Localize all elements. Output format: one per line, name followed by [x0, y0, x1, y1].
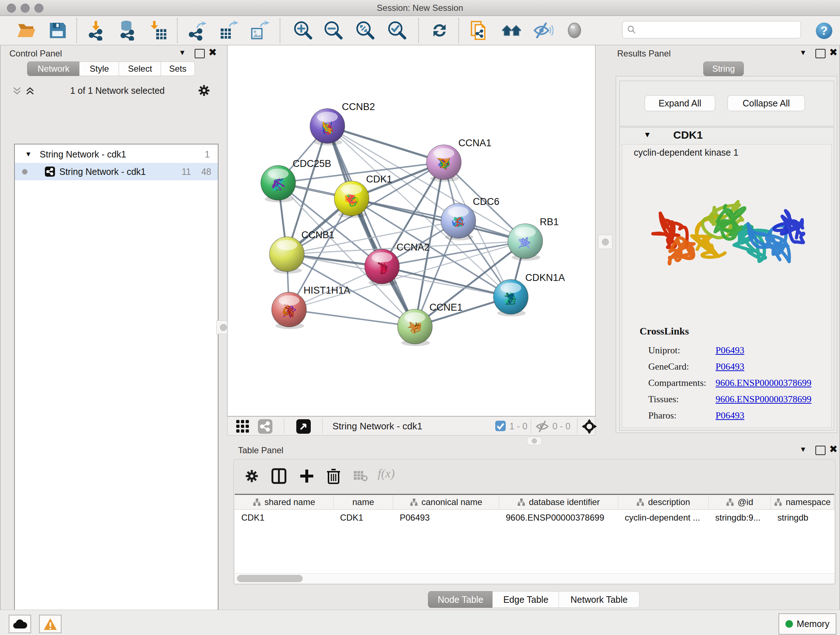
results-panel-float-icon[interactable] — [815, 49, 826, 58]
export-network-button[interactable] — [186, 19, 208, 41]
apply-layout-button[interactable] — [429, 19, 450, 41]
crosslink-link[interactable]: P06493 — [715, 345, 744, 356]
fit-content-crosshair-icon[interactable] — [581, 418, 597, 434]
table-panel-menu-icon[interactable]: ▼ — [799, 445, 807, 454]
table-panel-close-icon[interactable]: ✖ — [829, 445, 837, 453]
open-session-button[interactable] — [16, 19, 37, 41]
results-splitter-handle[interactable] — [598, 234, 613, 249]
results-panel-close-icon[interactable]: ✖ — [829, 49, 837, 57]
network-row-selected[interactable]: String Network - cdk1 11 48 — [15, 163, 218, 180]
node-CCNA1[interactable]: CCNA1 — [426, 138, 492, 182]
memory-button[interactable]: Memory — [778, 613, 836, 635]
save-session-button[interactable] — [47, 19, 68, 41]
network-graph[interactable]: CCNB2CCNA1CDC25BCDK1CDC6RB1CCNB1CCNA2CDK… — [227, 45, 595, 416]
edge-CCNB2-CCNE1[interactable] — [327, 126, 415, 326]
zoom-out-icon — [324, 20, 344, 41]
table-cell[interactable]: stringdb — [771, 510, 834, 526]
search-input[interactable] — [622, 21, 801, 38]
network-from-clipboard-button[interactable] — [469, 19, 491, 41]
export-image-button[interactable] — [248, 19, 270, 41]
table-panel-float-icon[interactable] — [815, 446, 826, 455]
network-collection-row[interactable]: ▼ String Network - cdk1 1 — [15, 146, 218, 163]
edge-CCNA2-CDKN1A[interactable] — [382, 266, 511, 297]
zoom-fit-button[interactable] — [355, 19, 376, 41]
tab-node-table[interactable]: Node Table — [428, 591, 493, 608]
network-view-share-icon[interactable] — [258, 419, 272, 434]
node-CDC6[interactable]: CDC6 — [441, 196, 500, 241]
table-cell[interactable]: stringdb:9... — [709, 510, 771, 526]
crosslink-link[interactable]: 9606.ENSP00000378699 — [715, 394, 812, 405]
table-cell[interactable]: P06493 — [393, 510, 499, 526]
collection-expand-icon[interactable]: ▼ — [25, 150, 32, 158]
zoom-in-button[interactable] — [292, 19, 314, 41]
zoom-selected-button[interactable] — [386, 19, 408, 41]
tab-edge-table-label: Edge Table — [503, 594, 548, 605]
tab-network[interactable]: Network — [27, 62, 80, 76]
node-label-CCNA1: CCNA1 — [458, 138, 492, 149]
tab-network-table[interactable]: Network Table — [559, 591, 639, 608]
selected-checkbox-icon[interactable] — [495, 421, 506, 431]
show-all-button[interactable] — [564, 19, 585, 41]
grid-view-icon[interactable] — [235, 419, 250, 434]
node-section: ▼ CDK1 cyclin-dependent kinase 1 CrossLi… — [619, 127, 834, 431]
import-table-button[interactable] — [147, 19, 169, 41]
table-cell[interactable]: CDK1 — [333, 510, 393, 526]
expand-all-networks-icon[interactable] — [25, 86, 35, 96]
column-header-database-identifier[interactable]: database identifier — [499, 495, 618, 509]
zoom-out-button[interactable] — [323, 19, 344, 41]
node-RB1[interactable]: RB1 — [508, 217, 559, 261]
tab-select[interactable]: Select — [118, 62, 161, 76]
expand-all-label: Expand All — [658, 98, 701, 109]
crosslink-link[interactable]: P06493 — [715, 361, 744, 372]
table-row[interactable]: CDK1CDK1P064939606.ENSP00000378699cyclin… — [235, 510, 834, 526]
collapse-all-button[interactable]: Collapse All — [728, 95, 805, 111]
column-header-@id[interactable]: @id — [709, 495, 771, 509]
column-header-description[interactable]: description — [618, 495, 709, 509]
scrollbar-thumb[interactable] — [237, 575, 303, 582]
results-panel-menu-icon[interactable]: ▼ — [799, 49, 807, 57]
column-header-namespace[interactable]: namespace — [771, 495, 834, 509]
node-CDK1[interactable]: CDK1 — [334, 174, 392, 218]
collapse-all-networks-icon[interactable] — [11, 86, 22, 96]
edge-CCNB2-CCNA1[interactable] — [327, 126, 444, 162]
tab-edge-table[interactable]: Edge Table — [493, 591, 559, 608]
import-network-file-button[interactable] — [85, 19, 107, 41]
table-cell[interactable]: 9606.ENSP00000378699 — [499, 510, 618, 526]
expand-all-button[interactable]: Expand All — [645, 95, 715, 111]
cloud-status-button[interactable] — [9, 615, 31, 633]
control-panel-menu-icon[interactable]: ▼ — [179, 49, 186, 57]
column-header-shared-name[interactable]: shared name — [235, 495, 333, 509]
first-neighbors-button[interactable] — [501, 19, 523, 41]
table-cell[interactable]: CDK1 — [235, 510, 333, 526]
tab-sets[interactable]: Sets — [161, 62, 195, 76]
column-header-canonical-name[interactable]: canonical name — [393, 495, 499, 509]
control-panel-float-icon[interactable] — [195, 49, 205, 58]
horizontal-scrollbar[interactable] — [235, 573, 834, 583]
tab-string[interactable]: String — [703, 62, 744, 76]
node-CDKN1A[interactable]: CDKN1A — [493, 272, 565, 317]
delete-column-icon[interactable] — [326, 467, 341, 485]
protein-structure-image — [637, 165, 818, 310]
crosslink-link[interactable]: 9606.ENSP00000378699 — [715, 378, 812, 388]
help-button[interactable]: ? — [815, 21, 834, 42]
import-network-database-button[interactable] — [116, 19, 138, 41]
network-options-gear-icon[interactable] — [197, 84, 210, 97]
node-CCNB2[interactable]: CCNB2 — [310, 101, 375, 146]
edge-HIST1H1A-CCNE1[interactable] — [289, 310, 415, 326]
table-cell[interactable]: cyclin-dependent ... — [618, 510, 709, 526]
tab-node-table-label: Node Table — [438, 594, 483, 605]
control-panel-close-icon[interactable]: ✖ — [208, 49, 217, 57]
section-collapse-icon[interactable]: ▼ — [644, 130, 651, 139]
birds-eye-view-icon[interactable] — [296, 419, 311, 434]
export-table-button[interactable] — [218, 19, 239, 41]
show-columns-icon[interactable] — [271, 468, 286, 484]
column-header-name[interactable]: name — [333, 495, 393, 509]
hide-selected-button[interactable] — [532, 19, 554, 41]
warning-status-button[interactable] — [39, 615, 62, 633]
node-HIST1H1A[interactable]: HIST1H1A — [272, 285, 350, 329]
table-options-gear-icon[interactable] — [245, 469, 259, 483]
add-column-icon[interactable] — [299, 468, 315, 484]
network-node-count: 11 — [182, 166, 191, 177]
crosslink-link[interactable]: P06493 — [715, 410, 744, 421]
tab-style[interactable]: Style — [79, 62, 119, 76]
